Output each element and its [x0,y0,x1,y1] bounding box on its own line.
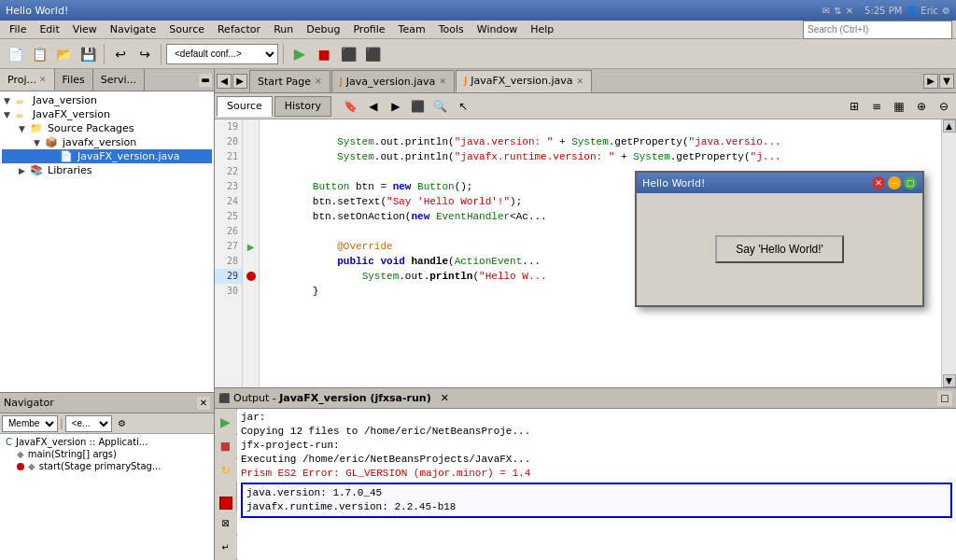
menu-window[interactable]: Window [471,22,523,36]
filter-combo[interactable]: <e... [65,415,112,432]
undo-btn[interactable]: ↩ [109,43,132,65]
minimize-left-btn[interactable]: ▬ [199,74,212,87]
tree-item-source-packages[interactable]: ▼ 📁 Source Packages [2,121,212,135]
tab-java-close[interactable]: ✕ [439,77,446,86]
tree-item-libraries[interactable]: ▶ 📚 Libraries [2,163,212,177]
tab-projects-close[interactable]: ✕ [39,75,47,84]
tab-projects[interactable]: Proj... ✕ [0,69,55,91]
run-main-btn[interactable]: ▶ [288,43,311,65]
tab-scroll-right[interactable]: ▶ [923,74,938,89]
tree-item-package[interactable]: ▼ 📦 javafx_version [2,135,212,149]
tab-dropdown-btn[interactable]: ▼ [939,74,954,89]
menu-run[interactable]: Run [268,22,299,36]
output-panel: ⬛ Output - JavaFX_version (jfxsa-run) ✕ … [215,387,956,560]
nav-settings-btn[interactable]: ⚙ [114,415,131,432]
output-content[interactable]: jar: Copying 12 files to /home/eric/NetB… [237,409,956,560]
code-editor[interactable]: 19 20 21 22 23 24 25 26 27 28 29 30 [215,119,956,387]
diff-btn[interactable]: ⊞ [844,96,865,117]
tab-start-close[interactable]: ✕ [315,77,322,86]
menu-navigate[interactable]: Navigate [105,22,162,36]
new-project-btn[interactable]: 📄 [4,43,26,65]
config-combo[interactable]: <default conf...> [166,44,278,64]
nav-member-start[interactable]: ◆ start(Stage primaryStag... [2,460,212,472]
say-hello-button[interactable]: Say 'Hello World!' [715,235,844,263]
menu-team[interactable]: Team [393,22,431,36]
toggle-bookmarks-btn[interactable]: 🔖 [341,96,361,117]
stop-btn[interactable]: ■ [313,43,335,65]
tree-item-java-version[interactable]: ▼ ☕ Java_version [2,93,212,107]
tab-start-label: Start Page [258,76,311,88]
source-tab[interactable]: Source [217,96,273,117]
tab-services[interactable]: Servi... [93,69,145,91]
menu-tools[interactable]: Tools [433,22,470,36]
rerun-btn[interactable]: ↻ [215,459,237,482]
tab-java-version[interactable]: J Java_version.java ✕ [331,70,455,92]
format-btn[interactable]: ≡ [866,96,887,117]
tab-files-label: Files [63,74,85,86]
tab-next-btn[interactable]: ▶ [232,74,247,89]
line-numbers: 19 20 21 22 23 24 25 26 27 28 29 30 [215,119,243,387]
dialog-title-bar[interactable]: Hello World! ✕ − □ [637,173,922,193]
tab-files[interactable]: Files [55,69,93,91]
debug-main-btn[interactable]: ⬛ [337,43,359,65]
column-select-btn[interactable]: ▦ [889,96,909,117]
members-combo[interactable]: Members [2,415,58,432]
dialog-max-btn[interactable]: □ [904,176,917,189]
menu-refactor[interactable]: Refactor [212,22,266,36]
editor-scrollbar[interactable]: ▲ ▼ [941,119,956,387]
close-icon[interactable]: ✕ [846,6,853,16]
left-tabs: Proj... ✕ Files Servi... ▬ [0,69,214,91]
tree-label: Java_version [33,94,97,106]
menu-help[interactable]: Help [525,22,559,36]
profile-main-btn[interactable]: ⬛ [361,43,384,65]
dialog-close-btn[interactable]: ✕ [872,176,885,189]
toggle-breakpoints-btn[interactable]: ⬛ [408,96,429,117]
clear-output-btn[interactable]: ⊠ [215,511,237,534]
next-bookmark-btn[interactable]: ▶ [386,96,406,117]
search-btn[interactable]: 🔍 [430,96,451,117]
output-line-3: jfx-project-run: [241,439,952,453]
menu-profile[interactable]: Profile [347,22,390,36]
tab-prev-btn[interactable]: ◀ [217,74,232,89]
menu-edit[interactable]: Edit [34,22,64,36]
mail-icon[interactable]: ✉ [822,6,830,16]
collapse-all-btn[interactable]: ⊖ [934,96,954,117]
menu-view[interactable]: View [67,22,103,36]
tab-javafx-close[interactable]: ✕ [577,77,584,86]
toolbar-sep-3 [283,44,284,64]
title-bar: Hello World! ✉ ⇅ ✕ 5:25 PM 👤 Eric ⚙ [0,0,956,21]
tree-item-javafx-version[interactable]: ▼ ☕ JavaFX_version [2,107,212,121]
tree-arrow: ▼ [4,110,15,119]
prev-bookmark-btn[interactable]: ◀ [363,96,384,117]
tree-item-main-file[interactable]: 📄 JavaFX_version.java [2,149,212,163]
run-again-btn[interactable]: ▶ [215,411,237,433]
nav-member-class[interactable]: C JavaFX_version :: Applicati... [2,436,212,448]
tab-start-page[interactable]: Start Page ✕ [249,70,330,92]
sync-icon[interactable]: ⇅ [834,6,841,16]
project-icon: ☕ [15,94,30,106]
output-close-btn[interactable]: ✕ [441,392,449,404]
tree-label: Libraries [48,164,92,176]
history-tab[interactable]: History [274,96,331,117]
menu-debug[interactable]: Debug [301,22,345,36]
dialog-min-btn[interactable]: − [888,176,901,189]
new-file-btn[interactable]: 📋 [28,43,50,65]
open-project-btn[interactable]: 📂 [52,43,75,65]
expand-all-btn[interactable]: ⊕ [911,96,932,117]
wrap-output-btn[interactable]: ↵ [215,536,237,558]
menu-source[interactable]: Source [163,22,210,36]
menu-file[interactable]: File [4,22,32,36]
stop-output-btn[interactable]: ■ [215,435,237,457]
search-input[interactable] [803,21,952,39]
save-btn[interactable]: 💾 [77,43,99,65]
scroll-up-btn[interactable]: ▲ [943,119,956,133]
error-indicator[interactable] [219,497,232,510]
nav-member-main[interactable]: ◆ main(String[] args) [2,448,212,460]
tab-javafx-version[interactable]: J JavaFX_version.java ✕ [456,70,592,92]
navigator-toolbar: Members | <e... ⚙ [0,413,214,434]
scroll-down-btn[interactable]: ▼ [943,374,956,387]
settings-icon[interactable]: ⚙ [942,6,950,16]
redo-btn[interactable]: ↪ [134,43,156,65]
navigator-close[interactable]: ✕ [197,397,210,410]
output-maximize-btn[interactable]: □ [937,391,952,406]
